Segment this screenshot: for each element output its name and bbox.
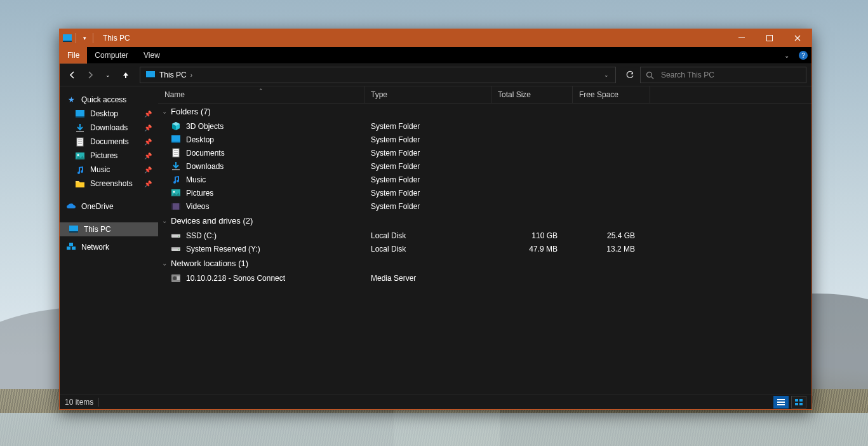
breadcrumb-chevron-icon[interactable]: › <box>190 72 192 79</box>
svg-rect-17 <box>799 399 803 402</box>
list-item[interactable]: PicturesSystem Folder <box>158 186 811 199</box>
item-icon <box>171 161 181 172</box>
svg-rect-14 <box>777 402 785 403</box>
folder-icon <box>75 151 85 161</box>
group-header[interactable]: ⌄Network locations (1) <box>158 255 811 271</box>
list-item[interactable]: System Reserved (Y:)Local Disk47.9 MB13.… <box>158 242 811 255</box>
sidebar-item[interactable]: Music📌 <box>60 163 158 177</box>
monitor-icon <box>69 224 79 234</box>
chevron-down-icon: ⌄ <box>162 260 167 267</box>
svg-rect-8 <box>69 226 78 231</box>
svg-point-6 <box>646 72 651 77</box>
back-button[interactable] <box>65 67 80 83</box>
navigation-bar: ⌄ This PC › ⌄ <box>60 64 811 86</box>
tab-computer[interactable]: Computer <box>87 47 136 64</box>
sidebar-item[interactable]: Downloads📌 <box>60 121 158 135</box>
group-header[interactable]: ⌄Devices and drives (2) <box>158 213 811 229</box>
item-icon <box>171 188 181 198</box>
item-icon <box>171 201 181 212</box>
item-icon <box>171 273 181 283</box>
sidebar-network[interactable]: Network <box>60 240 158 254</box>
svg-rect-2 <box>738 37 745 38</box>
refresh-button[interactable] <box>622 67 638 83</box>
pin-icon: 📌 <box>144 180 152 187</box>
sidebar-onedrive[interactable]: OneDrive <box>60 199 158 213</box>
up-button[interactable] <box>118 67 133 83</box>
navigation-pane: ★ Quick access Desktop📌Downloads📌Documen… <box>60 86 158 395</box>
list-item[interactable]: DownloadsSystem Folder <box>158 159 811 173</box>
group-header[interactable]: ⌄Folders (7) <box>158 104 811 119</box>
sidebar-item[interactable]: Pictures📌 <box>60 149 158 163</box>
folder-icon <box>75 165 85 175</box>
help-icon: ? <box>799 51 808 60</box>
item-icon <box>171 135 181 145</box>
folder-icon <box>75 123 85 133</box>
column-name[interactable]: Name ⌃ <box>158 86 364 103</box>
pin-icon: 📌 <box>144 125 152 132</box>
list-item[interactable]: VideosSystem Folder <box>158 199 811 213</box>
svg-rect-16 <box>795 399 798 402</box>
column-type[interactable]: Type <box>364 86 491 103</box>
svg-rect-18 <box>795 403 798 405</box>
ribbon-tabs: File Computer View ⌄ ? <box>60 47 811 64</box>
sidebar-item[interactable]: Screenshots📌 <box>60 177 158 191</box>
svg-rect-4 <box>146 71 155 77</box>
list-item[interactable]: 3D ObjectsSystem Folder <box>158 119 811 133</box>
svg-rect-19 <box>799 403 803 405</box>
list-item[interactable]: SSD (C:)Local Disk110 GB25.4 GB <box>158 229 811 242</box>
qat-dropdown-icon[interactable]: ▾ <box>79 33 90 43</box>
chevron-down-icon: ⌄ <box>162 108 167 115</box>
ribbon-collapse-icon[interactable]: ⌄ <box>778 47 795 64</box>
recent-locations-button[interactable]: ⌄ <box>100 67 116 83</box>
svg-rect-3 <box>767 36 773 41</box>
svg-rect-10 <box>67 247 70 250</box>
svg-rect-1 <box>63 41 72 42</box>
sidebar-item[interactable]: Documents📌 <box>60 135 158 149</box>
content-pane: Name ⌃ Type Total Size Free Space ⌄Folde… <box>158 86 811 395</box>
pin-icon: 📌 <box>144 139 152 145</box>
sidebar-this-pc[interactable]: This PC <box>60 222 158 236</box>
svg-rect-9 <box>69 231 78 233</box>
close-button[interactable] <box>784 29 811 47</box>
item-icon <box>171 121 181 132</box>
item-icon <box>171 175 181 185</box>
minimize-button[interactable] <box>728 29 756 47</box>
sort-asc-icon: ⌃ <box>258 88 264 94</box>
tab-view[interactable]: View <box>136 47 168 64</box>
breadcrumb-item[interactable]: This PC <box>159 71 187 79</box>
item-icon <box>171 148 181 158</box>
item-icon <box>171 244 181 254</box>
svg-rect-0 <box>63 34 72 41</box>
list-item[interactable]: DesktopSystem Folder <box>158 133 811 146</box>
status-item-count: 10 items <box>65 398 93 407</box>
help-button[interactable]: ? <box>795 47 811 64</box>
list-item[interactable]: 10.10.0.218 - Sonos ConnectMedia Server <box>158 271 811 285</box>
pin-icon: 📌 <box>144 111 152 118</box>
chevron-down-icon: ⌄ <box>162 217 167 224</box>
address-bar[interactable]: This PC › ⌄ <box>140 67 616 83</box>
folder-icon <box>75 109 85 119</box>
maximize-button[interactable] <box>756 29 784 47</box>
svg-line-7 <box>651 76 653 79</box>
list-item[interactable]: DocumentsSystem Folder <box>158 146 811 159</box>
address-history-icon[interactable]: ⌄ <box>600 72 613 78</box>
sidebar-item[interactable]: Desktop📌 <box>60 107 158 121</box>
titlebar[interactable]: ▾ This PC <box>60 29 811 47</box>
search-box[interactable] <box>640 67 806 83</box>
app-icon <box>62 33 72 43</box>
view-large-icons-button[interactable] <box>791 396 806 409</box>
column-headers: Name ⌃ Type Total Size Free Space <box>158 86 811 104</box>
folder-icon <box>75 137 85 147</box>
status-bar: 10 items <box>60 395 811 409</box>
svg-rect-11 <box>72 247 76 250</box>
view-details-button[interactable] <box>773 396 789 409</box>
search-input[interactable] <box>660 70 802 80</box>
column-free-space[interactable]: Free Space <box>573 86 650 103</box>
sidebar-quick-access[interactable]: ★ Quick access <box>60 93 158 107</box>
tab-file[interactable]: File <box>60 47 87 64</box>
list-item[interactable]: MusicSystem Folder <box>158 173 811 186</box>
forward-button[interactable] <box>83 67 98 83</box>
network-icon <box>66 242 76 252</box>
file-explorer-window: ▾ This PC File Computer View ⌄ ? ⌄ <box>59 29 812 410</box>
column-total-size[interactable]: Total Size <box>491 86 573 103</box>
